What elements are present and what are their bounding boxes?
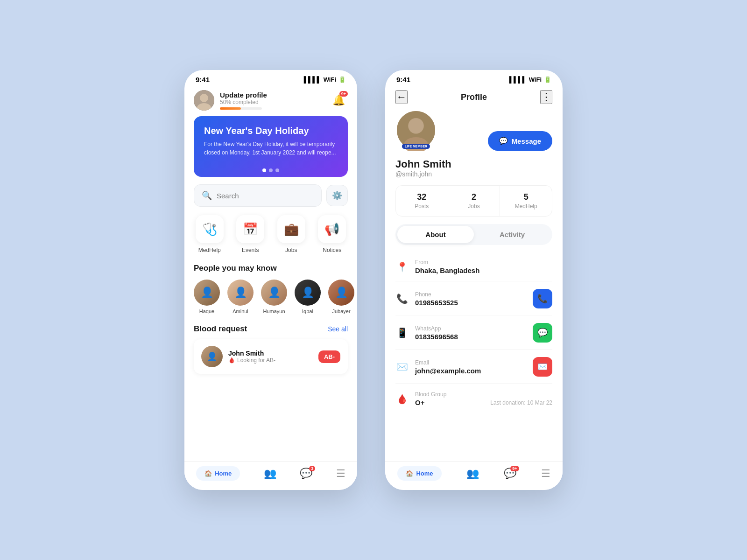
nav-menu[interactable]: ☰ (336, 468, 345, 480)
nav-people[interactable]: 👥 (264, 468, 276, 480)
person-avatar-humayun: 👤 (261, 280, 287, 306)
email-label: Email (415, 359, 526, 366)
home-button-r[interactable]: 🏠 Home (397, 466, 441, 481)
blood-card[interactable]: 👤 John Smith 🩸 Looking for AB- AB- (194, 339, 348, 374)
nav-home[interactable]: 🏠 Home (196, 466, 240, 481)
home-icon: 🏠 (204, 470, 212, 477)
location-icon: 📍 (395, 261, 409, 273)
info-blood: 🩸 Blood Group O+ Last donation: 10 Mar 2… (395, 385, 552, 413)
home-button[interactable]: 🏠 Home (196, 466, 240, 481)
banner-desc: For the New Year's Day Holiday, it will … (204, 140, 338, 157)
person-avatar-aminul: 👤 (227, 280, 254, 306)
email-icon: ✉️ (395, 361, 409, 372)
home-icon-r: 🏠 (406, 470, 413, 477)
person-avatar-iqbal: 👤 (295, 280, 321, 306)
person-iqbal[interactable]: 👤 Iqbal (295, 280, 321, 314)
jobs-icon-box: 💼 (277, 215, 305, 243)
status-bar-right: 9:41 ▌▌▌▌ WiFi 🔋 (385, 70, 563, 86)
nav-menu-r[interactable]: ☰ (541, 468, 550, 480)
profile-page-header: ← Profile ⋮ (385, 86, 563, 110)
profile-left: Update profile 50% completed (194, 90, 267, 111)
search-input[interactable] (217, 192, 314, 200)
nav-chat-r[interactable]: 💬 9+ (504, 468, 516, 480)
person-avatar-haque: 👤 (194, 280, 220, 306)
qa-notices[interactable]: 📢 Notices (318, 215, 346, 253)
back-button[interactable]: ← (395, 90, 408, 104)
whatsapp-content: WhatsApp 01835696568 (415, 325, 526, 341)
see-all-button[interactable]: See all (328, 325, 348, 333)
phone-content: Phone 01985653525 (415, 291, 526, 307)
bottom-nav-right: 🏠 Home 👥 💬 9+ ☰ (385, 461, 563, 490)
user-fullname: John Smith (395, 158, 552, 170)
filter-icon: ⚙️ (332, 190, 342, 201)
drop-icon: 🩸 (228, 357, 235, 364)
person-name-jubayer: Jubayer (332, 308, 350, 314)
blood-label: Blood Group (415, 391, 552, 398)
filter-button[interactable]: ⚙️ (326, 185, 348, 206)
blood-type-badge: AB- (318, 350, 340, 363)
person-jubayer[interactable]: 👤 Jubayer (328, 280, 354, 314)
info-location: 📍 From Dhaka, Bangladesh (395, 252, 552, 281)
status-bar-left: 9:41 ▌▌▌▌ WiFi 🔋 (184, 70, 357, 86)
notification-button[interactable]: 🔔 9+ (329, 91, 348, 110)
wifi-icon-r: WiFi (529, 76, 542, 83)
email-content: Email john@example.com (415, 359, 526, 375)
chat-badge: 3 (309, 466, 315, 471)
info-email: ✉️ Email john@example.com ✉️ (395, 350, 552, 384)
blood-section-title: Blood request (194, 324, 247, 334)
qa-medhelp[interactable]: 🩺 MedHelp (196, 215, 224, 253)
search-box[interactable]: 🔍 (194, 184, 322, 207)
info-whatsapp: 📱 WhatsApp 01835696568 💬 (395, 316, 552, 350)
banner-card[interactable]: New Year's Day Holiday For the New Year'… (194, 116, 348, 177)
home-label: Home (215, 470, 232, 477)
bottom-nav-left: 🏠 Home 👥 💬 3 ☰ (184, 461, 357, 490)
person-humayun[interactable]: 👤 Humayun (261, 280, 287, 314)
person-name-humayun: Humayun (263, 308, 285, 314)
tab-about[interactable]: About (397, 226, 474, 243)
wifi-icon: WiFi (324, 76, 336, 83)
qa-jobs[interactable]: 💼 Jobs (277, 215, 305, 253)
notification-badge: 9+ (339, 91, 348, 97)
qa-events[interactable]: 📅 Events (236, 215, 264, 253)
events-label: Events (242, 247, 259, 253)
email-action-button[interactable]: ✉️ (533, 357, 552, 377)
stat-jobs: 2 Jobs (448, 186, 500, 216)
people-icon-r: 👥 (466, 468, 479, 480)
people-icon: 👥 (264, 468, 276, 480)
whatsapp-action-button[interactable]: 💬 (533, 323, 552, 343)
nav-people-r[interactable]: 👥 (466, 468, 479, 480)
posts-count: 32 (396, 192, 448, 202)
svg-point-1 (200, 94, 208, 102)
stat-posts: 32 Posts (396, 186, 448, 216)
jobs-label: Jobs (285, 247, 297, 253)
search-row: 🔍 ⚙️ (194, 184, 348, 207)
page-title: Profile (461, 92, 487, 102)
email-value: john@example.com (415, 367, 526, 375)
signal-icon: ▌▌▌▌ (304, 76, 321, 83)
chat-badge-r: 9+ (510, 466, 519, 471)
dot-3 (275, 168, 279, 172)
tab-activity[interactable]: Activity (474, 226, 550, 243)
blood-icon: 🩸 (395, 393, 409, 405)
time-left: 9:41 (196, 76, 210, 84)
more-options-button[interactable]: ⋮ (540, 90, 552, 104)
message-button[interactable]: 💬 Message (488, 131, 552, 151)
signal-icon-r: ▌▌▌▌ (509, 76, 527, 83)
person-aminul[interactable]: 👤 Aminul (227, 280, 254, 314)
people-section-title: People you may know (194, 264, 348, 273)
phone-value: 01985653525 (415, 299, 526, 307)
info-phone: 📞 Phone 01985653525 📞 (395, 282, 552, 315)
person-name-haque: Haque (199, 308, 214, 314)
nav-home-r[interactable]: 🏠 Home (397, 466, 441, 481)
call-action-button[interactable]: 📞 (533, 289, 552, 308)
notices-icon-box: 📢 (318, 215, 346, 243)
menu-icon-r: ☰ (541, 468, 550, 480)
profile-update-label: Update profile (220, 91, 267, 99)
about-info-list: 📍 From Dhaka, Bangladesh 📞 Phone 0198565… (385, 252, 563, 413)
avatar-small[interactable] (194, 90, 214, 111)
person-haque[interactable]: 👤 Haque (194, 280, 220, 314)
user-name-section: John Smith @smith.john (385, 158, 563, 185)
quick-actions: 🩺 MedHelp 📅 Events 💼 Jobs 📢 Notices (189, 215, 352, 253)
people-row: 👤 Haque 👤 Aminul 👤 Humayun 👤 Iqbal 👤 Jub… (184, 280, 357, 314)
nav-chat[interactable]: 💬 3 (300, 468, 312, 480)
